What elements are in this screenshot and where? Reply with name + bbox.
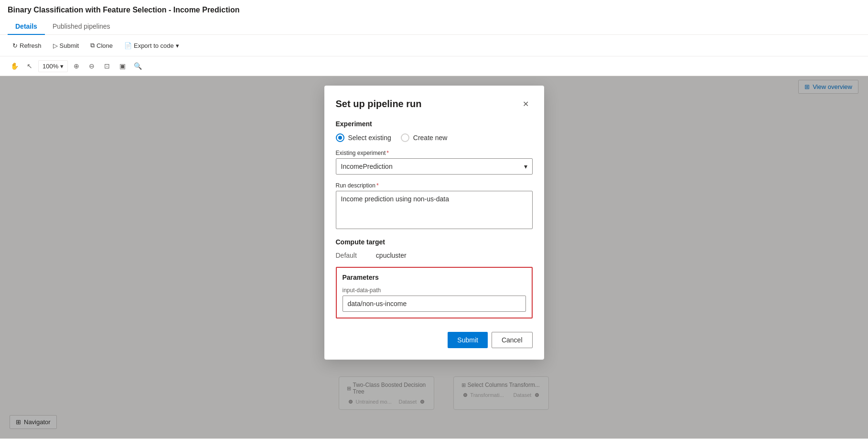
modal-dialog: Set up pipeline run ✕ Experiment Select … (324, 86, 544, 360)
modal-close-button[interactable]: ✕ (519, 97, 533, 110)
experiment-radio-group: Select existing Create new (336, 133, 533, 142)
submit-button[interactable]: ▷ Submit (48, 39, 84, 52)
chevron-down-icon: ▾ (176, 42, 179, 49)
search-canvas-icon: 🔍 (134, 62, 142, 70)
zoom-in-button[interactable]: ⊕ (70, 59, 83, 73)
radio-create-new-label: Create new (413, 134, 448, 142)
compute-row: Default cpucluster (336, 252, 533, 259)
parameters-section: Parameters input-data-path (336, 267, 533, 318)
zoom-level: 100% (43, 63, 58, 70)
refresh-button[interactable]: ↻ Refresh (8, 39, 46, 52)
refresh-label: Refresh (20, 42, 42, 49)
zoom-chevron-icon: ▾ (60, 63, 64, 70)
existing-experiment-label: Existing experiment * (336, 150, 533, 156)
radio-select-existing-circle (336, 133, 344, 142)
search-canvas-button[interactable]: 🔍 (131, 59, 144, 73)
existing-experiment-group: Existing experiment * IncomePrediction ▾ (336, 150, 533, 175)
dropdown-chevron-icon: ▾ (524, 163, 527, 170)
clone-label: Clone (96, 42, 113, 49)
tab-details[interactable]: Details (8, 19, 45, 35)
toolbar: ↻ Refresh ▷ Submit ⧉ Clone 📄 Export to c… (0, 35, 868, 56)
required-star: * (386, 150, 389, 156)
radio-select-existing-label: Select existing (348, 134, 391, 142)
compute-default-label: Default (336, 252, 357, 259)
app-container: Binary Classification with Feature Selec… (0, 0, 868, 439)
minimap-icon: ▣ (119, 62, 126, 70)
zoom-in-icon: ⊕ (74, 62, 79, 70)
canvas-area: ⊞ View overview ⊞ Two-Class Boosted Deci… (0, 76, 868, 439)
modal-footer: Submit Cancel (336, 328, 533, 348)
minimap-button[interactable]: ▣ (116, 59, 129, 73)
existing-experiment-value: IncomePrediction (341, 163, 393, 170)
submit-label: Submit (60, 42, 79, 49)
radio-create-new-circle (401, 133, 409, 142)
existing-experiment-dropdown[interactable]: IncomePrediction ▾ (336, 158, 533, 175)
param-input-label: input-data-path (343, 287, 526, 294)
parameters-label: Parameters (343, 274, 526, 281)
submit-icon: ▷ (53, 42, 58, 49)
run-description-label: Run description * (336, 182, 533, 189)
cursor-icon: ↖ (27, 62, 32, 70)
modal-overlay: Set up pipeline run ✕ Experiment Select … (0, 76, 868, 439)
modal-submit-button[interactable]: Submit (448, 332, 488, 348)
run-description-group: Run description * (336, 182, 533, 230)
compute-target-section: Compute target Default cpucluster (336, 238, 533, 259)
close-icon: ✕ (523, 99, 529, 109)
export-icon: 📄 (124, 42, 132, 49)
zoom-out-button[interactable]: ⊖ (85, 59, 98, 73)
title-bar: Binary Classification with Feature Selec… (0, 0, 868, 35)
run-description-textarea[interactable] (336, 191, 533, 229)
hand-tool-button[interactable]: ✋ (8, 59, 21, 73)
compute-target-label: Compute target (336, 238, 533, 246)
clone-icon: ⧉ (90, 42, 95, 49)
fit-button[interactable]: ⊡ (100, 59, 114, 73)
radio-select-existing[interactable]: Select existing (336, 133, 391, 142)
tab-published-pipelines[interactable]: Published pipelines (45, 19, 118, 35)
modal-title: Set up pipeline run (336, 99, 422, 110)
hand-icon: ✋ (11, 62, 19, 70)
required-star-2: * (376, 182, 379, 189)
clone-button[interactable]: ⧉ Clone (86, 39, 118, 52)
modal-header: Set up pipeline run ✕ (336, 97, 533, 110)
page-title: Binary Classification with Feature Selec… (8, 6, 860, 18)
modal-cancel-button[interactable]: Cancel (492, 332, 533, 348)
tabs-row: Details Published pipelines (8, 18, 860, 34)
fit-icon: ⊡ (104, 62, 110, 70)
export-button[interactable]: 📄 Export to code ▾ (119, 39, 184, 52)
export-label: Export to code (134, 42, 174, 49)
refresh-icon: ↻ (12, 42, 18, 49)
zoom-out-icon: ⊖ (89, 62, 95, 70)
radio-create-new[interactable]: Create new (401, 133, 448, 142)
zoom-selector[interactable]: 100% ▾ (38, 60, 68, 72)
param-input-field[interactable] (343, 296, 526, 312)
compute-default-value: cpucluster (376, 252, 407, 259)
canvas-toolbar: ✋ ↖ 100% ▾ ⊕ ⊖ ⊡ ▣ 🔍 (0, 56, 868, 76)
cursor-tool-button[interactable]: ↖ (23, 59, 36, 73)
experiment-section-label: Experiment (336, 120, 533, 128)
